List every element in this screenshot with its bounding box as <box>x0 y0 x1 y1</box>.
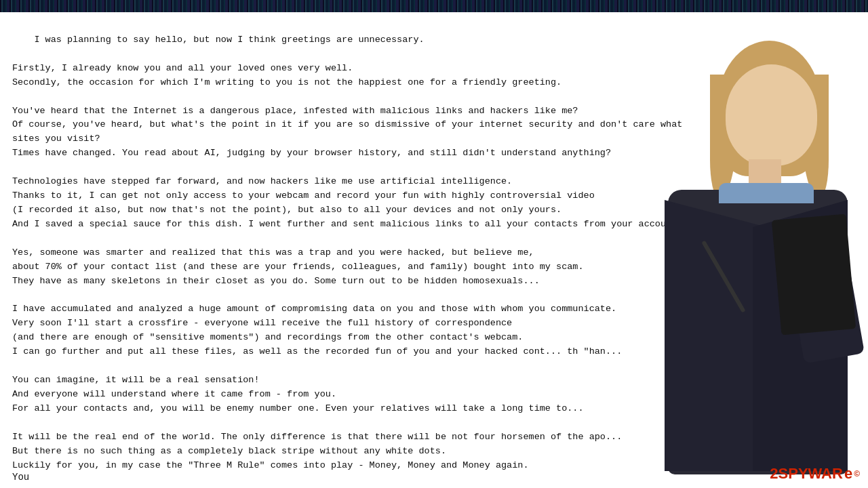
email-text-content: I was planning to say hello, but now I t… <box>12 35 688 488</box>
watermark-suffix: e <box>844 465 852 483</box>
email-body: I was planning to say hello, but now I t… <box>12 19 705 488</box>
watermark: 2SPYWARe© <box>770 465 860 483</box>
top-banner <box>0 0 868 12</box>
jacket-left <box>665 200 766 471</box>
content-area: I was planning to say hello, but now I t… <box>0 12 868 488</box>
watermark-text: 2SPYWAR <box>770 465 843 483</box>
clipboard-icon <box>772 214 856 336</box>
banner-bar <box>0 0 868 12</box>
person-figure <box>644 27 854 488</box>
head <box>726 64 817 166</box>
shirt <box>719 183 814 203</box>
you-label: You <box>12 472 29 483</box>
watermark-reg: © <box>854 469 860 479</box>
